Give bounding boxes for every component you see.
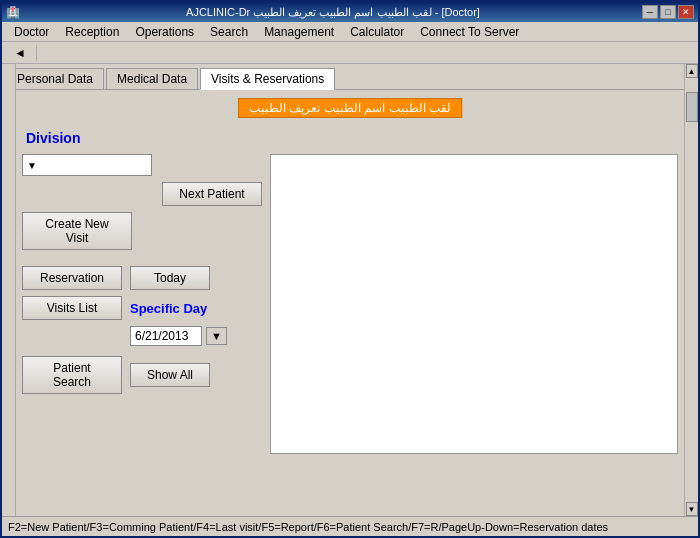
create-visit-row: Create New Visit bbox=[22, 212, 262, 250]
tab-personal-data[interactable]: Personal Data bbox=[6, 68, 104, 89]
date-row: ▼ bbox=[130, 326, 262, 346]
reservation-row: Reservation Today bbox=[22, 266, 262, 290]
close-button[interactable]: ✕ bbox=[678, 5, 694, 19]
specific-day-label: Specific Day bbox=[130, 301, 207, 316]
menu-item-search[interactable]: Search bbox=[202, 23, 256, 41]
arabic-banner: لقب الطبيب اسم الطبيب تعريف الطبيب bbox=[238, 98, 462, 118]
visits-specific-row: Visits List Specific Day bbox=[22, 296, 262, 320]
menu-item-management[interactable]: Management bbox=[256, 23, 342, 41]
menu-item-doctor[interactable]: Doctor bbox=[6, 23, 57, 41]
right-panel bbox=[270, 154, 678, 454]
vertical-scrollbar[interactable]: ▲ ▼ bbox=[684, 64, 698, 516]
minimize-button[interactable]: ─ bbox=[642, 5, 658, 19]
spacer1 bbox=[22, 256, 262, 260]
tabs-bar: Personal Data Medical Data Visits & Rese… bbox=[2, 64, 698, 90]
content-area: ▼ Next Patient Create New Visit Reservat… bbox=[22, 154, 678, 454]
tab-medical-data[interactable]: Medical Data bbox=[106, 68, 198, 89]
main-content: لقب الطبيب اسم الطبيب تعريف الطبيب Divis… bbox=[2, 90, 698, 480]
show-all-button[interactable]: Show All bbox=[130, 363, 210, 387]
division-dropdown[interactable]: ▼ bbox=[22, 154, 152, 176]
status-bar: F2=New Patient/F3=Comming Patient/F4=Las… bbox=[2, 516, 698, 536]
reservation-button[interactable]: Reservation bbox=[22, 266, 122, 290]
calendar-button[interactable]: ▼ bbox=[206, 327, 227, 345]
patient-search-button[interactable]: Patient Search bbox=[22, 356, 122, 394]
scroll-up-arrow[interactable]: ▲ bbox=[686, 64, 698, 78]
title-bar: 🏥 AJCLINIC-Dr لقب الطبيب اسم الطبيب تعري… bbox=[2, 2, 698, 22]
next-patient-row: Next Patient bbox=[22, 182, 262, 206]
next-patient-button[interactable]: Next Patient bbox=[162, 182, 262, 206]
visits-list-button[interactable]: Visits List bbox=[22, 296, 122, 320]
today-button[interactable]: Today bbox=[130, 266, 210, 290]
menu-bar: Doctor Reception Operations Search Manag… bbox=[2, 22, 698, 42]
dropdown-arrow-icon: ▼ bbox=[27, 160, 37, 171]
division-label: Division bbox=[22, 130, 678, 146]
tab-visits-reservations[interactable]: Visits & Reservations bbox=[200, 68, 335, 90]
window-controls: ─ □ ✕ bbox=[642, 5, 694, 19]
patient-search-row: Patient Search Show All bbox=[22, 356, 262, 394]
title-bar-title: AJCLINIC-Dr لقب الطبيب اسم الطبيب تعريف … bbox=[24, 6, 642, 19]
toolbar-separator bbox=[36, 45, 37, 61]
menu-item-reception[interactable]: Reception bbox=[57, 23, 127, 41]
toolbar: ◄ bbox=[2, 42, 698, 64]
scrollbar-thumb[interactable] bbox=[686, 92, 698, 122]
create-new-visit-button[interactable]: Create New Visit bbox=[22, 212, 132, 250]
left-icon-strip bbox=[2, 64, 16, 516]
scroll-down-arrow[interactable]: ▼ bbox=[686, 502, 698, 516]
status-bar-text: F2=New Patient/F3=Comming Patient/F4=Las… bbox=[8, 521, 608, 533]
left-panel: ▼ Next Patient Create New Visit Reservat… bbox=[22, 154, 262, 454]
toolbar-back[interactable]: ◄ bbox=[6, 44, 34, 62]
menu-item-calculator[interactable]: Calculator bbox=[342, 23, 412, 41]
maximize-button[interactable]: □ bbox=[660, 5, 676, 19]
date-input[interactable] bbox=[130, 326, 202, 346]
menu-item-connect[interactable]: Connect To Server bbox=[412, 23, 527, 41]
menu-item-operations[interactable]: Operations bbox=[127, 23, 202, 41]
title-bar-icon: 🏥 bbox=[6, 6, 20, 19]
